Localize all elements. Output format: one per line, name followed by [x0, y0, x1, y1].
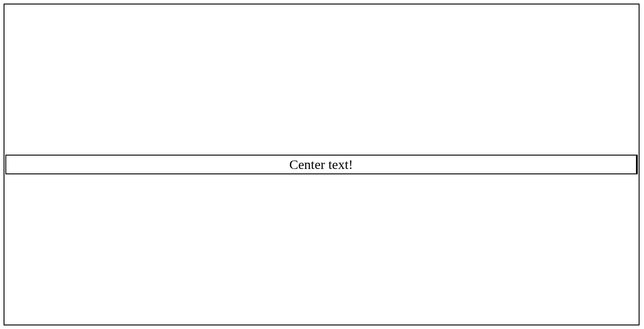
center-text: Center text! [289, 157, 353, 172]
outer-container: Center text! [4, 4, 640, 325]
center-text-box: Center text! [5, 155, 638, 174]
